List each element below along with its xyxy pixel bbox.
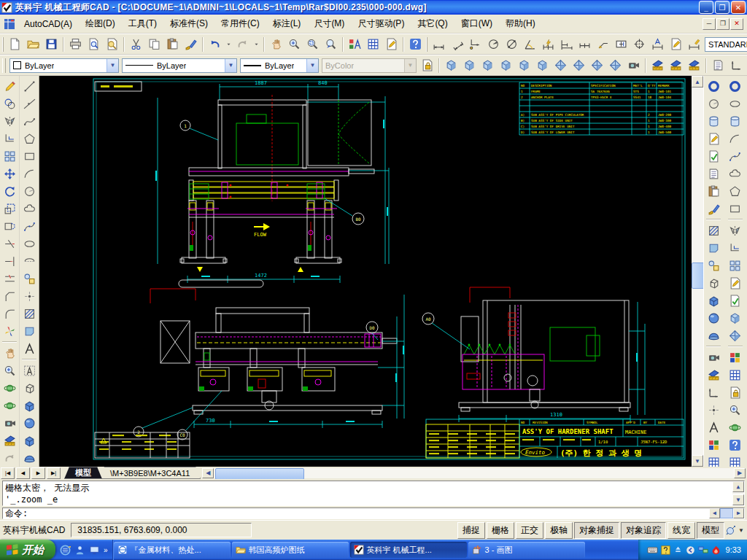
3d-wireframe-button[interactable] [20,379,39,397]
cut-button[interactable] [127,35,145,53]
undo-button[interactable] [206,35,224,53]
ruler-tool-button[interactable] [705,366,723,384]
array-tool-button[interactable] [726,257,744,274]
brush-tool-button[interactable] [705,200,723,217]
rotate-button[interactable] [1,182,19,200]
list-button[interactable] [709,56,727,74]
circle-button[interactable] [20,182,39,200]
chevron-down-icon[interactable]: ▼ [107,59,118,72]
grid2-button[interactable] [726,366,744,384]
zoom-window-button[interactable] [303,35,322,53]
child-restore-button[interactable]: ❐ [716,18,729,30]
redo-button[interactable] [233,35,252,53]
view-right-button[interactable] [497,56,515,74]
scroll-up-button[interactable]: ▲ [732,481,744,492]
text-button[interactable] [20,340,39,357]
open-button[interactable] [24,35,42,53]
center-mark-button[interactable] [630,35,649,53]
dim-linear-button[interactable] [430,35,448,53]
circle-tool-button[interactable] [705,95,723,112]
scroll-left-button[interactable]: ◀ [202,468,214,478]
spline-button[interactable] [20,217,39,235]
hatch-button[interactable] [20,305,39,322]
communication-center-button[interactable]: ▼ [725,524,744,536]
pan-button[interactable] [267,35,285,53]
toggle-ortho[interactable]: 正交 [516,522,543,539]
table-button[interactable] [364,35,382,53]
scrollbar-thumb[interactable] [720,508,733,518]
download-flame-icon[interactable] [711,545,721,555]
dim-diameter-button[interactable] [503,35,521,53]
list-sheet-button[interactable] [705,165,723,182]
undo-dropdown[interactable] [224,35,233,53]
menu-item-annotate[interactable]: 标注(L) [266,15,308,32]
orbit-button[interactable] [1,379,19,397]
taskbar-item-paint[interactable]: 3 - 画图 [468,542,585,558]
fillet-button[interactable] [1,305,19,322]
area-button[interactable] [667,56,685,74]
stretch-button[interactable] [1,217,19,235]
menu-item-autocad[interactable]: AutoCAD(A) [18,17,79,31]
iso-se-button[interactable] [570,56,588,74]
erase-button[interactable] [1,77,19,95]
restore-button[interactable]: ❐ [715,1,729,14]
command-history[interactable]: 栅格太密， 无法显示 '_.zoom _e ▲ ▼ [2,481,745,506]
zoom-realtime-button[interactable] [285,35,303,53]
toggle-polar[interactable]: 极轴 [545,522,573,539]
scroll-down-button[interactable]: ▼ [692,455,703,467]
help-tool-button[interactable] [726,436,744,454]
child-minimize-button[interactable]: ─ [703,18,716,30]
menu-item-common-parts[interactable]: 常用件(C) [214,15,266,32]
paste-tool-button[interactable] [705,182,723,200]
back-circle-icon[interactable] [686,545,695,555]
spline-tool-button[interactable] [726,147,744,165]
cube-tool-button[interactable] [726,309,744,327]
tab-layout[interactable]: \M+3B9E8\M+3C4A11 [99,467,201,479]
text-tool-button[interactable] [705,419,723,436]
continuous-orbit-button[interactable] [1,397,19,414]
menu-item-window[interactable]: 窗口(W) [454,15,499,32]
chevron-down-icon[interactable]: ▼ [738,527,744,534]
mirror-tool-button[interactable] [726,222,744,239]
dim-radius-button[interactable] [484,35,503,53]
clock[interactable]: 9:33 [726,545,741,554]
point-tool-button[interactable] [705,401,723,419]
taskbar-item-cad[interactable]: 英科宇 机械工程... [350,542,467,558]
locate-point-button[interactable] [727,56,746,74]
plot-preview-button[interactable] [103,35,121,53]
break-button[interactable] [1,270,19,287]
check-tool-button[interactable] [726,292,744,309]
toggle-osnap[interactable]: 对象捕捉 [574,522,619,539]
last-tab-button[interactable]: ▶| [47,467,61,479]
taskbar-item-webpage[interactable]: 『金属材料、热处... [114,542,231,558]
horizontal-scrollbar[interactable]: ◀ ▶ [202,468,746,478]
zoom-previous-button[interactable] [322,35,340,53]
solid-box-button[interactable] [705,292,723,309]
linetype-combo[interactable]: ByLayer ▼ [122,58,237,73]
offset-tool-button[interactable] [726,239,744,257]
polyline-button[interactable] [20,112,39,130]
polygon-button[interactable] [20,130,39,147]
point-button[interactable] [20,287,39,305]
lock-tool-button[interactable] [726,384,744,401]
scale-button[interactable] [1,200,19,217]
quick-leader-button[interactable] [594,35,612,53]
tab-model[interactable]: 模型 [64,467,102,479]
menu-item-tools[interactable]: 工具(T) [122,15,163,32]
dim-aligned-button[interactable] [448,35,466,53]
toggle-grid[interactable]: 栅格 [487,522,514,539]
text-style-button[interactable] [346,35,364,53]
command-prompt[interactable]: 命令: ◀ ▶ [2,508,745,519]
menu-item-others[interactable]: 其它(Q) [411,15,454,32]
scroll-left-button[interactable]: ◀ [709,508,720,518]
polygon-tool-button[interactable] [726,182,744,200]
print-button[interactable] [66,35,85,53]
region-tool-button[interactable] [705,239,723,257]
copy-button[interactable] [145,35,163,53]
dim-angular-button[interactable] [521,35,539,53]
scroll-up-button[interactable]: ▲ [692,76,703,88]
toolbar-grip[interactable] [426,37,427,52]
toolbar-grip[interactable] [2,37,4,52]
verify-sheet-button[interactable] [705,147,723,165]
palette2-button[interactable] [726,349,744,366]
